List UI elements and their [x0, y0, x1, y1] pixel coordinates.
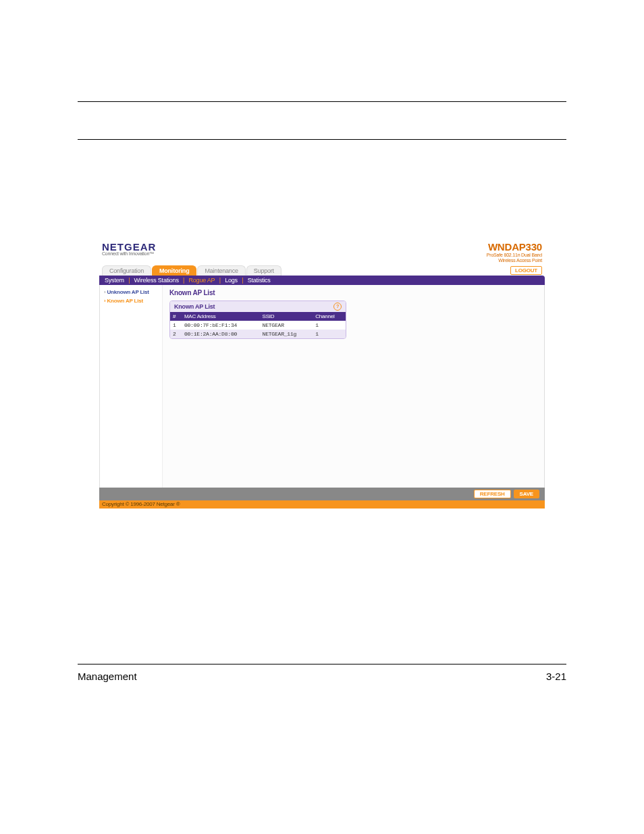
ap-table: # MAC Address SSID Channel 1 00:09:7F:bE… — [170, 312, 346, 338]
known-ap-subpanel: Known AP List ? # MAC Address SSID Chann… — [169, 301, 346, 339]
col-mac: MAC Address — [182, 312, 260, 321]
subnav-bar: System | Wireless Stations | Rogue AP | … — [99, 276, 545, 285]
table-row: 1 00:09:7F:bE:F1:34 NETGEAR 1 — [170, 321, 346, 330]
tab-support[interactable]: Support — [246, 265, 281, 276]
brand-tagline: Connect with Innovation™ — [102, 251, 156, 256]
product-block: WNDAP330 ProSafe 802.11n Dual Band Wirel… — [487, 241, 542, 263]
panel-title: Known AP List — [169, 289, 537, 296]
subnav-system[interactable]: System — [103, 277, 126, 284]
save-button[interactable]: SAVE — [514, 490, 539, 498]
col-num: # — [170, 312, 182, 321]
subnav-wireless[interactable]: Wireless Stations — [133, 277, 180, 284]
product-sub1: ProSafe 802.11n Dual Band — [487, 253, 542, 258]
help-icon[interactable]: ? — [333, 303, 342, 311]
col-channel: Channel — [313, 312, 346, 321]
copyright-bar: Copyright © 1996-2007 Netgear ® — [99, 500, 545, 509]
footer-rule — [78, 664, 566, 664]
sidebar-item-unknown-ap[interactable]: › Unknown AP List — [100, 288, 162, 296]
main-panel: Known AP List Known AP List ? # MAC Addr… — [163, 285, 544, 488]
product-model: WNDAP330 — [487, 241, 542, 253]
footer-right: 3-21 — [546, 671, 566, 682]
footer-bar: REFRESH SAVE — [99, 488, 545, 500]
footer-left: Management — [78, 671, 137, 682]
sidebar-item-label: Known AP List — [107, 298, 143, 304]
sidebar-item-known-ap[interactable]: › Known AP List — [100, 296, 162, 305]
header-rule-1 — [78, 101, 566, 102]
subnav-logs[interactable]: Logs — [223, 277, 239, 284]
tab-row: Configuration Monitoring Maintenance Sup… — [99, 265, 545, 276]
col-ssid: SSID — [260, 312, 313, 321]
sidebar-item-label: Unknown AP List — [107, 289, 149, 295]
sidebar: › Unknown AP List › Known AP List — [100, 285, 163, 488]
table-row: 2 00:1E:2A:AA:D8:00 NETGEAR_11g 1 — [170, 330, 346, 338]
tab-monitoring[interactable]: Monitoring — [152, 265, 197, 276]
product-sub2: Wireless Access Point — [487, 258, 542, 263]
header-rule-2 — [78, 139, 566, 140]
tab-maintenance[interactable]: Maintenance — [197, 265, 245, 276]
brand-block: NETGEAR Connect with Innovation™ — [102, 241, 156, 256]
refresh-button[interactable]: REFRESH — [474, 490, 511, 498]
tab-configuration[interactable]: Configuration — [102, 265, 151, 276]
subnav-rogue[interactable]: Rogue AP — [187, 277, 216, 284]
subpanel-title: Known AP List — [174, 303, 215, 310]
subnav-statistics[interactable]: Statistics — [246, 277, 272, 284]
logout-button[interactable]: LOGOUT — [510, 266, 542, 275]
router-screenshot: NETGEAR Connect with Innovation™ WNDAP33… — [99, 241, 545, 509]
